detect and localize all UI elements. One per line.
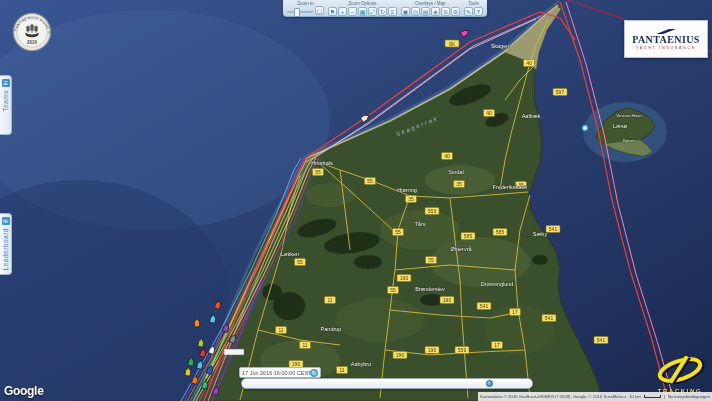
scale-bar <box>644 395 661 398</box>
svg-text:541: 541 <box>480 303 489 309</box>
svg-text:55: 55 <box>367 178 373 184</box>
zoom-list-icon[interactable]: ≡ <box>388 7 397 16</box>
place-label: Sindal <box>448 169 463 175</box>
place-label: Sæby <box>533 231 548 237</box>
toolbar-group-tools: Tools ✎? <box>464 0 483 16</box>
svg-text:55: 55 <box>395 229 401 235</box>
zoom-history-icon[interactable]: ↻ <box>378 7 387 16</box>
svg-text:55: 55 <box>297 259 303 265</box>
zoom-extent-icon[interactable]: ⤢ <box>368 7 377 16</box>
timeline-slider-handle[interactable] <box>486 380 493 387</box>
road-badge: 55 <box>295 259 306 266</box>
map-toolbar: Zoom to ▢ Zoom Options ⚑+−▦⤢↻≡ Overlays … <box>283 0 487 17</box>
map-canvas[interactable]: 4040403535355555553555855855415555190190… <box>0 0 712 401</box>
place-label: Løkken <box>281 251 299 257</box>
sidebar-tab-teams[interactable]: ☰ Teams <box>0 75 12 135</box>
svg-text:190: 190 <box>400 275 409 281</box>
place-label: Brønderslev <box>415 286 445 292</box>
pantaenius-logo: PANTAENIUS YACHT INSURANCE <box>624 20 708 58</box>
road-badge: 40 <box>484 110 495 117</box>
road-badge: 541 <box>542 315 556 322</box>
road-badge: 17 <box>492 342 503 349</box>
svg-text:11: 11 <box>278 327 283 333</box>
sidebar-tab-leaderboard[interactable]: № Leaderboard <box>0 213 12 275</box>
svg-text:40: 40 <box>444 153 450 159</box>
grid-zoom-icon[interactable]: ▦ <box>358 7 367 16</box>
svg-text:17: 17 <box>512 309 518 315</box>
toolbar-group-zoom-to: Zoom to ▢ <box>287 0 324 16</box>
measure-icon[interactable]: ✎ <box>464 7 473 16</box>
road-badge: 585 <box>493 229 507 236</box>
toolbar-group-overlays: Overlays / Map ▣◎▤◈≋⚙ <box>401 0 460 16</box>
svg-text:11: 11 <box>327 297 332 303</box>
zoom-out-icon[interactable]: − <box>348 7 357 16</box>
road-badge: 55 <box>365 178 376 185</box>
svg-text:553: 553 <box>428 208 437 214</box>
road-badge: 11 <box>300 342 311 349</box>
place-label: Aalbæk <box>522 113 541 119</box>
wind-overlay-icon[interactable]: ≋ <box>441 7 450 16</box>
attribution-text: Kartendaten © 2016 GeoBasis-DE/BKG (©200… <box>480 394 626 399</box>
waypoint-marker[interactable] <box>583 126 588 131</box>
flag-icon[interactable]: ⚑ <box>328 7 337 16</box>
svg-text:55: 55 <box>428 257 434 263</box>
svg-text:55: 55 <box>315 169 321 175</box>
timeline-clock-icon[interactable]: ↻ <box>310 369 318 377</box>
help-icon[interactable]: ? <box>474 7 483 16</box>
svg-text:190: 190 <box>443 297 452 303</box>
road-badge: 553 <box>425 208 439 215</box>
place-label: Dronninglund <box>481 281 514 287</box>
zoom-extent-button[interactable]: ▢ <box>315 6 324 15</box>
badge-year: 2016 <box>27 40 37 45</box>
svg-text:11: 11 <box>339 367 344 373</box>
road-badge: 55 <box>388 287 399 294</box>
overlays-map-label: Overlays / Map <box>415 1 445 6</box>
toolbar-group-zoom-options: Zoom Options ⚑+−▦⤢↻≡ <box>328 0 397 16</box>
svg-text:585: 585 <box>464 233 473 239</box>
globe-icon[interactable]: ◎ <box>411 7 420 16</box>
layers-icon[interactable]: ▣ <box>401 7 410 16</box>
leaderboard-icon: № <box>2 217 10 225</box>
place-label: Læsø <box>613 123 628 129</box>
timeline-slider[interactable] <box>241 378 533 389</box>
timeline-datetime-value: 17 Jun 2016 16:00:00 CEST <box>242 370 310 376</box>
terms-link[interactable]: Nutzungsbedingungen <box>668 394 710 399</box>
road-badge: 541 <box>477 303 491 310</box>
teams-icon: ☰ <box>2 79 10 87</box>
map-type-icon[interactable]: ▤ <box>421 7 430 16</box>
zoom-level-slider[interactable] <box>287 7 313 16</box>
scale-label: 10 km <box>629 394 640 399</box>
road-badge: 35 <box>454 181 465 188</box>
place-label: Østervrå <box>450 246 472 252</box>
svg-text:541: 541 <box>549 226 558 232</box>
road-badge: 55 <box>426 257 437 264</box>
zoom-slider-handle[interactable] <box>294 8 300 17</box>
place-label: Pandrup <box>321 326 342 332</box>
place-label: Tårs <box>415 221 426 227</box>
place-label: Vesterø Havn <box>616 113 642 118</box>
road-badge: 541 <box>546 226 560 233</box>
road-badge: 585 <box>461 233 475 240</box>
svg-text:11: 11 <box>302 342 307 348</box>
marks-icon[interactable]: ◈ <box>431 7 440 16</box>
zoom-in-icon[interactable]: + <box>338 7 347 16</box>
svg-text:40: 40 <box>486 110 492 116</box>
boat-name-flag <box>224 349 244 355</box>
road-badge: 541 <box>594 337 608 344</box>
timeline-datetime-box[interactable]: 17 Jun 2016 16:00:00 CEST ↻ <box>239 367 321 378</box>
zoom-options-label: Zoom Options <box>348 1 376 6</box>
place-label: Aabybro <box>351 361 372 367</box>
road-badge: 559 <box>455 347 469 354</box>
place-label: Hirtshals <box>311 160 333 166</box>
road-badge: 190 <box>425 347 439 354</box>
road-badge: 55 <box>313 169 324 176</box>
mark-label[interactable]: SK <box>445 40 459 47</box>
settings-icon[interactable]: ⚙ <box>451 7 460 16</box>
race-medal-badge: PANTAENIUS RUND SKAGEN 2016 <box>7 6 57 58</box>
svg-text:35: 35 <box>408 196 414 202</box>
svg-text:541: 541 <box>545 315 554 321</box>
race-tracker-app: 4040403535355555553555855855415555190190… <box>0 0 712 401</box>
burgee-flag-icon <box>655 28 677 35</box>
place-label: Frederikshavn <box>493 184 528 190</box>
svg-text:35: 35 <box>456 181 462 187</box>
